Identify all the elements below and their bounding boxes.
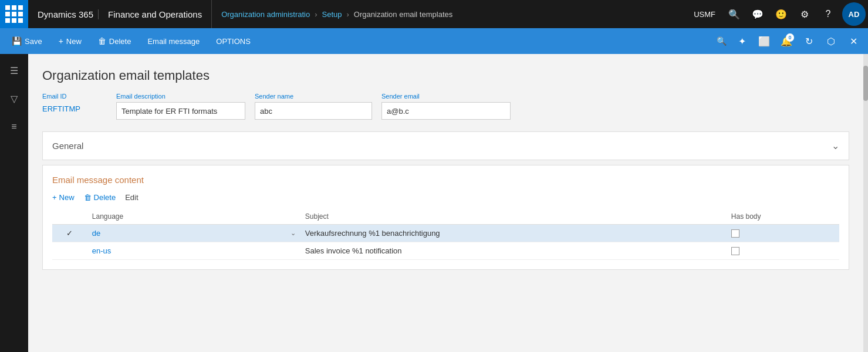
row-language-1[interactable]: en-us (87, 242, 300, 260)
top-nav: Dynamics 365 Finance and Operations Orga… (0, 0, 868, 28)
email-desc-input[interactable] (116, 102, 245, 120)
breadcrumb-current: Organization email templates (354, 10, 452, 19)
row-subject-0: Verkaufsrechnung %1 benachrichtigung (300, 225, 727, 242)
breadcrumb: Organization administratio › Setup › Org… (212, 10, 687, 19)
scrollbar[interactable] (863, 54, 868, 352)
email-content-title: Email message content (52, 175, 839, 185)
page-title: Organization email templates (42, 68, 849, 83)
content-edit-label: Edit (125, 193, 138, 202)
settings-icon[interactable]: ⚙ (793, 0, 816, 28)
email-message-button[interactable]: Email message (140, 35, 207, 48)
sidebar: ☰ ▽ ≡ (0, 54, 28, 352)
table-row[interactable]: en-usSales invoice %1 notification (52, 242, 839, 260)
apps-button[interactable] (0, 0, 28, 28)
sidebar-list-icon[interactable]: ≡ (2, 115, 26, 138)
col-hasbody: Has body (727, 209, 839, 225)
sidebar-filter-icon[interactable]: ▽ (2, 87, 26, 110)
options-label: OPTIONS (216, 37, 251, 46)
form-header-row: Email ID ERFTITMP Email description Send… (42, 93, 849, 120)
email-id-value[interactable]: ERFTITMP (42, 102, 107, 116)
sidebar-menu-icon[interactable]: ☰ (2, 59, 26, 82)
delete-label: Delete (109, 37, 131, 46)
options-button[interactable]: OPTIONS (209, 35, 258, 48)
refresh-icon[interactable]: ↻ (799, 31, 819, 51)
delete-icon: 🗑 (98, 36, 106, 46)
main-content: Organization email templates Email ID ER… (28, 54, 863, 352)
nav-brand: Dynamics 365 Finance and Operations (28, 0, 212, 28)
chat-icon[interactable]: 💬 (746, 0, 769, 28)
breadcrumb-sep-1: › (315, 10, 317, 19)
row-check-1 (52, 242, 87, 260)
scrollbar-thumb[interactable] (863, 66, 868, 101)
apps-grid-icon (5, 5, 23, 23)
sender-name-field: Sender name (255, 93, 372, 120)
module-label: Finance and Operations (98, 9, 202, 19)
office-icon[interactable]: ⬜ (754, 31, 774, 51)
col-hasbody-label: Has body (731, 212, 761, 221)
general-chevron-icon: ⌄ (832, 140, 839, 151)
col-subject: Subject (300, 209, 727, 225)
sender-email-input[interactable] (381, 102, 511, 120)
row-hasbody-0[interactable] (727, 225, 839, 242)
open-new-icon[interactable]: ⬡ (821, 31, 841, 51)
col-subject-label: Subject (305, 212, 329, 221)
search-nav-icon[interactable]: 🔍 (722, 0, 746, 28)
email-id-label: Email ID (42, 93, 107, 100)
new-icon: + (59, 36, 63, 46)
save-button[interactable]: 💾 Save (5, 34, 49, 48)
action-search-icon[interactable]: 🔍 (713, 33, 729, 49)
breadcrumb-org-admin[interactable]: Organization administratio (221, 10, 310, 19)
general-section-label: General (52, 141, 83, 151)
language-chevron-0: ⌄ (291, 229, 296, 237)
email-desc-field: Email description (116, 93, 245, 120)
general-section-header[interactable]: General ⌄ (43, 132, 849, 160)
content-new-icon: + (52, 193, 57, 202)
email-id-field: Email ID ERFTITMP (42, 93, 107, 120)
main-layout: ☰ ▽ ≡ Organization email templates Email… (0, 54, 868, 352)
table-header-row: Language Subject Has body (52, 209, 839, 225)
favorites-icon[interactable]: ✦ (732, 31, 752, 51)
new-button[interactable]: + New (52, 34, 89, 48)
language-link-0[interactable]: de (92, 229, 100, 238)
content-new-button[interactable]: + New (52, 193, 75, 202)
notification-badge: 0 (786, 33, 794, 42)
sender-email-field: Sender email (381, 93, 511, 120)
content-edit-button[interactable]: Edit (125, 193, 138, 202)
save-label: Save (25, 37, 42, 46)
content-new-label: New (59, 193, 75, 202)
sender-name-input[interactable] (255, 102, 372, 120)
content-actions: + New 🗑 Delete Edit (52, 193, 839, 202)
dynamics-label: Dynamics 365 (38, 9, 93, 19)
close-icon[interactable]: ✕ (843, 31, 863, 51)
company-selector[interactable]: USMF (687, 10, 722, 19)
new-label: New (66, 37, 82, 46)
sender-name-label: Sender name (255, 93, 372, 100)
user-avatar[interactable]: AD (842, 2, 866, 26)
email-table: Language Subject Has body ✓de⌄Verkaufsre… (52, 209, 839, 260)
row-language-0[interactable]: de⌄ (87, 225, 300, 242)
help-icon[interactable]: ? (816, 0, 840, 28)
breadcrumb-sep-2: › (347, 10, 349, 19)
col-language-label: Language (92, 212, 123, 221)
row-subject-1: Sales invoice %1 notification (300, 242, 727, 260)
content-delete-label: Delete (94, 193, 116, 202)
smiley-icon[interactable]: 🙂 (769, 0, 793, 28)
row-hasbody-1[interactable] (727, 242, 839, 260)
row-check-0: ✓ (52, 225, 87, 242)
col-check (52, 209, 87, 225)
save-icon: 💾 (12, 36, 22, 46)
notifications-icon[interactable]: 🔔 0 (776, 31, 796, 51)
language-link-1[interactable]: en-us (92, 246, 112, 255)
email-content-section: Email message content + New 🗑 Delete Edi… (42, 165, 849, 270)
hasbody-checkbox-0[interactable] (731, 229, 739, 238)
hasbody-checkbox-1[interactable] (731, 247, 739, 255)
email-message-label: Email message (147, 37, 200, 46)
breadcrumb-setup[interactable]: Setup (322, 10, 342, 19)
col-language: Language (87, 209, 300, 225)
table-row[interactable]: ✓de⌄Verkaufsrechnung %1 benachrichtigung (52, 225, 839, 242)
content-delete-button[interactable]: 🗑 Delete (84, 193, 116, 202)
nav-icons: 🔍 💬 🙂 ⚙ ? AD (722, 0, 868, 28)
general-section: General ⌄ (42, 131, 849, 160)
delete-button[interactable]: 🗑 Delete (91, 34, 139, 48)
action-bar: 💾 Save + New 🗑 Delete Email message OPTI… (0, 28, 868, 54)
